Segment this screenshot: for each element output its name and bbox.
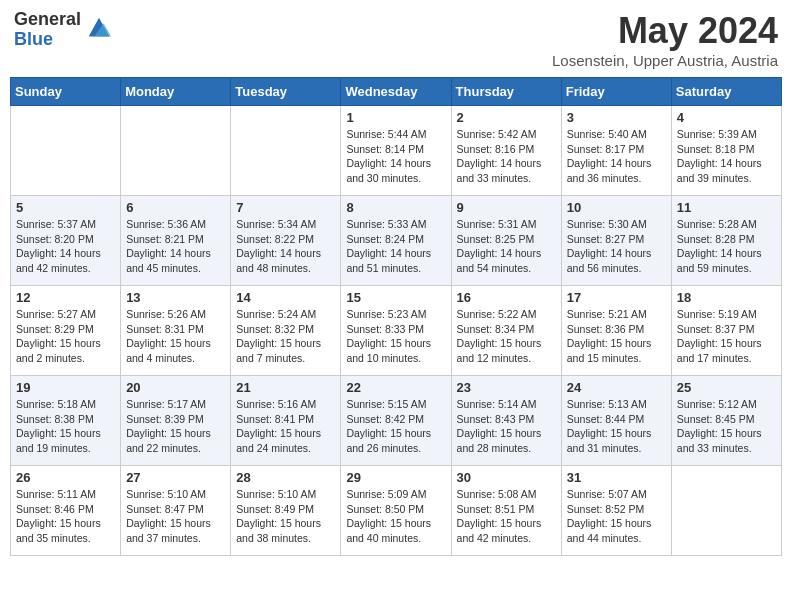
day-info: Sunrise: 5:10 AM Sunset: 8:47 PM Dayligh… — [126, 487, 225, 546]
day-number: 24 — [567, 380, 666, 395]
day-info: Sunrise: 5:21 AM Sunset: 8:36 PM Dayligh… — [567, 307, 666, 366]
day-info: Sunrise: 5:34 AM Sunset: 8:22 PM Dayligh… — [236, 217, 335, 276]
day-info: Sunrise: 5:37 AM Sunset: 8:20 PM Dayligh… — [16, 217, 115, 276]
day-number: 17 — [567, 290, 666, 305]
day-info: Sunrise: 5:10 AM Sunset: 8:49 PM Dayligh… — [236, 487, 335, 546]
day-number: 13 — [126, 290, 225, 305]
logo-blue-text: Blue — [14, 30, 81, 50]
day-info: Sunrise: 5:15 AM Sunset: 8:42 PM Dayligh… — [346, 397, 445, 456]
title-section: May 2024 Losenstein, Upper Austria, Aust… — [552, 10, 778, 69]
calendar-cell: 21Sunrise: 5:16 AM Sunset: 8:41 PM Dayli… — [231, 376, 341, 466]
day-number: 16 — [457, 290, 556, 305]
day-number: 15 — [346, 290, 445, 305]
day-number: 18 — [677, 290, 776, 305]
calendar-cell: 22Sunrise: 5:15 AM Sunset: 8:42 PM Dayli… — [341, 376, 451, 466]
weekday-header: Sunday — [11, 78, 121, 106]
day-number: 20 — [126, 380, 225, 395]
calendar-cell: 10Sunrise: 5:30 AM Sunset: 8:27 PM Dayli… — [561, 196, 671, 286]
day-info: Sunrise: 5:11 AM Sunset: 8:46 PM Dayligh… — [16, 487, 115, 546]
day-info: Sunrise: 5:18 AM Sunset: 8:38 PM Dayligh… — [16, 397, 115, 456]
day-number: 4 — [677, 110, 776, 125]
day-number: 1 — [346, 110, 445, 125]
day-info: Sunrise: 5:31 AM Sunset: 8:25 PM Dayligh… — [457, 217, 556, 276]
logo: General Blue — [14, 10, 113, 50]
weekday-header: Wednesday — [341, 78, 451, 106]
weekday-header: Thursday — [451, 78, 561, 106]
calendar-cell: 30Sunrise: 5:08 AM Sunset: 8:51 PM Dayli… — [451, 466, 561, 556]
calendar-table: SundayMondayTuesdayWednesdayThursdayFrid… — [10, 77, 782, 556]
day-info: Sunrise: 5:36 AM Sunset: 8:21 PM Dayligh… — [126, 217, 225, 276]
day-info: Sunrise: 5:44 AM Sunset: 8:14 PM Dayligh… — [346, 127, 445, 186]
calendar-cell: 31Sunrise: 5:07 AM Sunset: 8:52 PM Dayli… — [561, 466, 671, 556]
day-info: Sunrise: 5:39 AM Sunset: 8:18 PM Dayligh… — [677, 127, 776, 186]
calendar-week-row: 1Sunrise: 5:44 AM Sunset: 8:14 PM Daylig… — [11, 106, 782, 196]
day-number: 10 — [567, 200, 666, 215]
calendar-cell: 15Sunrise: 5:23 AM Sunset: 8:33 PM Dayli… — [341, 286, 451, 376]
calendar-cell: 24Sunrise: 5:13 AM Sunset: 8:44 PM Dayli… — [561, 376, 671, 466]
day-number: 8 — [346, 200, 445, 215]
calendar-cell — [671, 466, 781, 556]
day-info: Sunrise: 5:19 AM Sunset: 8:37 PM Dayligh… — [677, 307, 776, 366]
day-info: Sunrise: 5:14 AM Sunset: 8:43 PM Dayligh… — [457, 397, 556, 456]
day-info: Sunrise: 5:28 AM Sunset: 8:28 PM Dayligh… — [677, 217, 776, 276]
weekday-header: Friday — [561, 78, 671, 106]
day-info: Sunrise: 5:07 AM Sunset: 8:52 PM Dayligh… — [567, 487, 666, 546]
calendar-week-row: 26Sunrise: 5:11 AM Sunset: 8:46 PM Dayli… — [11, 466, 782, 556]
day-info: Sunrise: 5:22 AM Sunset: 8:34 PM Dayligh… — [457, 307, 556, 366]
calendar-cell — [231, 106, 341, 196]
calendar-cell: 7Sunrise: 5:34 AM Sunset: 8:22 PM Daylig… — [231, 196, 341, 286]
day-number: 27 — [126, 470, 225, 485]
day-number: 31 — [567, 470, 666, 485]
calendar-cell: 20Sunrise: 5:17 AM Sunset: 8:39 PM Dayli… — [121, 376, 231, 466]
day-number: 29 — [346, 470, 445, 485]
day-number: 3 — [567, 110, 666, 125]
day-number: 21 — [236, 380, 335, 395]
day-number: 23 — [457, 380, 556, 395]
calendar-cell: 27Sunrise: 5:10 AM Sunset: 8:47 PM Dayli… — [121, 466, 231, 556]
day-number: 12 — [16, 290, 115, 305]
calendar-week-row: 5Sunrise: 5:37 AM Sunset: 8:20 PM Daylig… — [11, 196, 782, 286]
day-info: Sunrise: 5:33 AM Sunset: 8:24 PM Dayligh… — [346, 217, 445, 276]
calendar-cell: 19Sunrise: 5:18 AM Sunset: 8:38 PM Dayli… — [11, 376, 121, 466]
calendar-cell: 25Sunrise: 5:12 AM Sunset: 8:45 PM Dayli… — [671, 376, 781, 466]
page-header: General Blue May 2024 Losenstein, Upper … — [10, 10, 782, 69]
logo-general-text: General — [14, 10, 81, 30]
day-info: Sunrise: 5:42 AM Sunset: 8:16 PM Dayligh… — [457, 127, 556, 186]
day-info: Sunrise: 5:24 AM Sunset: 8:32 PM Dayligh… — [236, 307, 335, 366]
calendar-cell: 8Sunrise: 5:33 AM Sunset: 8:24 PM Daylig… — [341, 196, 451, 286]
calendar-cell: 29Sunrise: 5:09 AM Sunset: 8:50 PM Dayli… — [341, 466, 451, 556]
calendar-cell: 28Sunrise: 5:10 AM Sunset: 8:49 PM Dayli… — [231, 466, 341, 556]
day-info: Sunrise: 5:40 AM Sunset: 8:17 PM Dayligh… — [567, 127, 666, 186]
weekday-header: Tuesday — [231, 78, 341, 106]
calendar-cell: 26Sunrise: 5:11 AM Sunset: 8:46 PM Dayli… — [11, 466, 121, 556]
logo-icon — [85, 14, 113, 42]
calendar-cell — [11, 106, 121, 196]
day-info: Sunrise: 5:13 AM Sunset: 8:44 PM Dayligh… — [567, 397, 666, 456]
calendar-cell: 16Sunrise: 5:22 AM Sunset: 8:34 PM Dayli… — [451, 286, 561, 376]
calendar-cell: 6Sunrise: 5:36 AM Sunset: 8:21 PM Daylig… — [121, 196, 231, 286]
calendar-cell: 2Sunrise: 5:42 AM Sunset: 8:16 PM Daylig… — [451, 106, 561, 196]
day-info: Sunrise: 5:17 AM Sunset: 8:39 PM Dayligh… — [126, 397, 225, 456]
calendar-cell: 3Sunrise: 5:40 AM Sunset: 8:17 PM Daylig… — [561, 106, 671, 196]
calendar-week-row: 12Sunrise: 5:27 AM Sunset: 8:29 PM Dayli… — [11, 286, 782, 376]
day-number: 11 — [677, 200, 776, 215]
day-number: 2 — [457, 110, 556, 125]
calendar-cell: 23Sunrise: 5:14 AM Sunset: 8:43 PM Dayli… — [451, 376, 561, 466]
day-number: 14 — [236, 290, 335, 305]
day-info: Sunrise: 5:12 AM Sunset: 8:45 PM Dayligh… — [677, 397, 776, 456]
calendar-cell — [121, 106, 231, 196]
day-info: Sunrise: 5:09 AM Sunset: 8:50 PM Dayligh… — [346, 487, 445, 546]
day-number: 30 — [457, 470, 556, 485]
calendar-cell: 12Sunrise: 5:27 AM Sunset: 8:29 PM Dayli… — [11, 286, 121, 376]
day-number: 25 — [677, 380, 776, 395]
calendar-cell: 13Sunrise: 5:26 AM Sunset: 8:31 PM Dayli… — [121, 286, 231, 376]
day-number: 5 — [16, 200, 115, 215]
day-info: Sunrise: 5:26 AM Sunset: 8:31 PM Dayligh… — [126, 307, 225, 366]
calendar-cell: 1Sunrise: 5:44 AM Sunset: 8:14 PM Daylig… — [341, 106, 451, 196]
calendar-cell: 17Sunrise: 5:21 AM Sunset: 8:36 PM Dayli… — [561, 286, 671, 376]
day-number: 26 — [16, 470, 115, 485]
calendar-cell: 4Sunrise: 5:39 AM Sunset: 8:18 PM Daylig… — [671, 106, 781, 196]
day-info: Sunrise: 5:08 AM Sunset: 8:51 PM Dayligh… — [457, 487, 556, 546]
calendar-cell: 14Sunrise: 5:24 AM Sunset: 8:32 PM Dayli… — [231, 286, 341, 376]
calendar-cell: 9Sunrise: 5:31 AM Sunset: 8:25 PM Daylig… — [451, 196, 561, 286]
